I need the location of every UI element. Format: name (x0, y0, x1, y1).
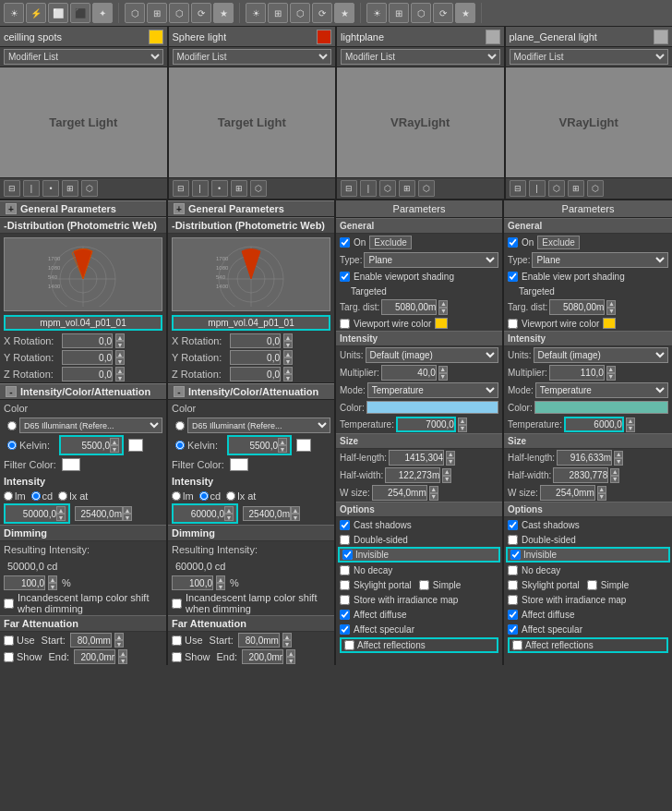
mini-btn-2e[interactable]: ⬡ (250, 180, 267, 197)
yrot-up-1[interactable]: ▲ (115, 350, 125, 357)
kelvin-input-1[interactable] (64, 438, 110, 453)
int-up-1[interactable]: ▲ (56, 506, 66, 514)
intensity-val2-2[interactable] (243, 506, 291, 521)
type-select-2[interactable]: Plane (532, 252, 668, 268)
mini-btn-4b[interactable]: | (529, 180, 546, 197)
mode-select-1[interactable]: Temperature (367, 382, 498, 398)
lx-radio-1[interactable] (58, 491, 67, 501)
intensity-val-1[interactable] (8, 506, 56, 521)
dim-pct-input-1[interactable] (4, 575, 45, 590)
zrot-up-1[interactable]: ▲ (115, 367, 125, 374)
enable-vp-cb-2[interactable] (508, 272, 518, 282)
wsize-down-2[interactable]: ▼ (597, 493, 606, 501)
tool-btn-16[interactable]: ☀ (366, 3, 387, 23)
xrot-input-2[interactable] (230, 333, 281, 348)
show-cb-2[interactable] (172, 652, 182, 662)
temp-down-1[interactable]: ▼ (458, 425, 467, 432)
lm-radio-2[interactable] (172, 491, 181, 501)
type-select-1[interactable]: Plane (364, 252, 498, 268)
cast-shadows-cb-1[interactable] (340, 520, 350, 530)
color-radio-1[interactable] (7, 421, 17, 430)
filter-color-2[interactable] (230, 458, 248, 471)
zrot-down-1[interactable]: ▼ (115, 374, 125, 381)
intensity-val-2[interactable] (176, 506, 224, 521)
store-irr-cb-2[interactable] (508, 595, 518, 605)
on-cb-2[interactable] (508, 237, 518, 248)
mini-btn-4e[interactable]: ⬡ (587, 180, 604, 197)
int2-up-2[interactable]: ▲ (291, 506, 300, 514)
kelvin-input-2[interactable] (232, 438, 278, 453)
affect-specular-cb-2[interactable] (508, 624, 518, 635)
yrot-input-1[interactable] (62, 350, 113, 365)
mini-btn-1c[interactable]: • (42, 180, 59, 197)
end-val-1[interactable] (74, 649, 115, 664)
mini-btn-1a[interactable]: ⊟ (4, 180, 20, 197)
color-preset-select-2[interactable]: D65 Illuminant (Refere... (187, 418, 330, 433)
intensity-val2-1[interactable] (75, 506, 123, 521)
exclude-btn-2[interactable]: Exclude (537, 236, 580, 249)
enable-vp-cb-1[interactable] (340, 272, 350, 282)
vp-wire-color-1[interactable] (435, 318, 448, 329)
panel-1-modifier-select[interactable]: Modifier List (4, 49, 163, 65)
kelvin-radio-2[interactable] (175, 441, 185, 450)
kelvin-down-2[interactable]: ▼ (278, 445, 287, 453)
cd-radio-1[interactable] (31, 491, 41, 501)
dim-up-1[interactable]: ▲ (48, 575, 57, 583)
zrot-input-2[interactable] (230, 367, 281, 381)
mini-btn-3a[interactable]: ⊟ (341, 180, 357, 197)
multiplier-input-2[interactable] (549, 365, 605, 381)
gp2-collapse[interactable]: + (174, 203, 185, 214)
filter-color-1[interactable] (62, 458, 80, 471)
kelvin-up-1[interactable]: ▲ (110, 438, 119, 445)
halfwid-down-2[interactable]: ▼ (610, 476, 619, 483)
wsize-input-1[interactable] (372, 485, 427, 501)
start-val-1[interactable] (70, 633, 112, 648)
zrot-input-1[interactable] (62, 367, 113, 381)
start-down-1[interactable]: ▼ (114, 640, 124, 648)
end-down-1[interactable]: ▼ (118, 657, 127, 664)
incandescent-cb-1[interactable] (4, 599, 14, 609)
xrot-input-1[interactable] (62, 333, 113, 348)
tool-btn-2[interactable]: ⚡ (26, 3, 46, 23)
tool-btn-17[interactable]: ⊞ (389, 3, 409, 23)
int2-down-2[interactable]: ▼ (291, 514, 300, 521)
panel-3-modifier-select[interactable]: Modifier List (341, 49, 500, 65)
start-down-2[interactable]: ▼ (282, 640, 292, 648)
cast-shadows-cb-2[interactable] (508, 520, 518, 530)
wsize-up-1[interactable]: ▲ (429, 486, 438, 493)
invisible-cb-1[interactable] (342, 550, 353, 560)
tool-btn-15[interactable]: ★ (334, 3, 354, 23)
tool-btn-10[interactable]: ★ (213, 3, 234, 23)
tool-btn-6[interactable]: ⬡ (125, 3, 145, 23)
kelvin-down-1[interactable]: ▼ (110, 445, 119, 453)
mini-btn-1d[interactable]: ⊞ (62, 180, 78, 197)
cd-radio-2[interactable] (199, 491, 209, 501)
panel-4-swatch[interactable] (654, 30, 668, 44)
affect-diffuse-cb-1[interactable] (340, 610, 350, 620)
mini-btn-1e[interactable]: ⬡ (81, 180, 98, 197)
int-down-2[interactable]: ▼ (224, 514, 234, 521)
no-decay-cb-1[interactable] (340, 565, 350, 575)
double-sided-cb-2[interactable] (508, 535, 518, 545)
mult-down-1[interactable]: ▼ (438, 373, 448, 381)
halflen-input-2[interactable] (557, 450, 612, 466)
dim-down-1[interactable]: ▼ (48, 583, 57, 590)
xrot-down-1[interactable]: ▼ (115, 341, 125, 348)
kelvin-up-2[interactable]: ▲ (278, 438, 287, 445)
double-sided-cb-1[interactable] (340, 535, 350, 545)
mini-btn-3e[interactable]: ⬡ (418, 180, 435, 197)
mpm-box-2[interactable]: mpm_vol.04_p01_01 (172, 315, 330, 331)
panel-4-modifier-select[interactable]: Modifier List (510, 49, 669, 65)
tool-btn-14[interactable]: ⟳ (312, 3, 332, 23)
incandescent-cb-2[interactable] (172, 599, 182, 609)
halfwid-down-1[interactable]: ▼ (442, 476, 451, 483)
no-decay-cb-2[interactable] (508, 565, 518, 575)
mini-btn-2a[interactable]: ⊟ (173, 180, 189, 197)
temp-up-2[interactable]: ▲ (626, 418, 635, 425)
mult-up-2[interactable]: ▲ (606, 366, 616, 373)
int-up-2[interactable]: ▲ (224, 506, 234, 514)
tool-btn-5[interactable]: ✦ (92, 3, 113, 23)
tool-btn-19[interactable]: ⟳ (433, 3, 453, 23)
mode-select-2[interactable]: Temperature (535, 382, 668, 398)
affect-diffuse-cb-2[interactable] (508, 610, 518, 620)
